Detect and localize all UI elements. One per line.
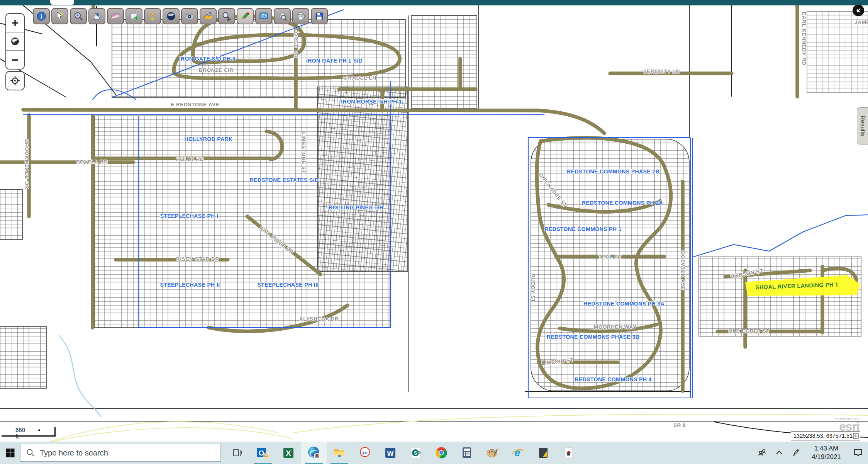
svg-text:O: O — [259, 449, 264, 457]
taskbar-app-snipping-tool[interactable]: ✂ — [352, 442, 378, 464]
zoom-out-button[interactable]: − — [6, 50, 24, 69]
coordinate-value: 1325238.53, 637571.51 — [793, 433, 853, 439]
taskbar-app-paint[interactable] — [480, 442, 505, 464]
windows-ink-button[interactable] — [788, 442, 805, 464]
hidden-icons-button[interactable] — [771, 442, 788, 464]
edge-icon — [307, 446, 321, 460]
taskbar-app-chrome[interactable] — [429, 442, 454, 464]
printer-icon — [296, 11, 306, 21]
taskbar-app-outlook[interactable]: O — [250, 442, 276, 464]
locate-button[interactable] — [5, 71, 25, 90]
rectangle-plus-icon — [129, 11, 139, 21]
task-view-button[interactable] — [225, 442, 250, 464]
internet-explorer-icon: e — [511, 446, 524, 459]
search-icon — [26, 448, 35, 457]
scale-bar-tick — [54, 427, 56, 437]
notification-bubble-icon — [853, 447, 863, 458]
zoom-controls: + − — [5, 13, 25, 70]
taskbar-app-calculator[interactable] — [454, 442, 480, 464]
dark-app-icon — [537, 447, 549, 459]
svg-text:S: S — [414, 450, 417, 456]
map-canvas[interactable]: IRON GATE S/D PH IIIRON GATE PH 1 S/DIRO… — [0, 0, 868, 442]
collapse-arrow-button[interactable] — [853, 5, 864, 16]
svg-text:e: e — [514, 447, 520, 459]
identify-tool-button[interactable]: i — [33, 8, 50, 24]
people-button[interactable] — [754, 442, 771, 464]
outlook-icon: O — [256, 446, 270, 460]
svg-text:i: i — [41, 13, 42, 20]
taskbar-app-light[interactable] — [556, 442, 581, 464]
select-by-rectangle-tool-button[interactable] — [125, 8, 142, 24]
ruler-question-icon: ↔? — [203, 11, 213, 21]
home-extent-button[interactable] — [6, 32, 24, 51]
chrome-icon — [435, 446, 448, 459]
magnifier-xy-icon: XY — [222, 11, 232, 21]
taskbar-app-file-explorer[interactable] — [327, 442, 352, 464]
zoom-to-xy-tool-button[interactable]: XY — [218, 8, 235, 24]
windows-logo-icon — [5, 448, 15, 458]
full-extent-tool-button[interactable] — [255, 8, 272, 24]
snipping-tool-icon: ✂ — [358, 446, 371, 459]
google-earth-tool-button[interactable] — [163, 8, 180, 24]
start-button[interactable] — [0, 442, 20, 464]
crosshair-icon — [10, 75, 20, 86]
draw-tool-button[interactable] — [237, 8, 254, 24]
print-tool-button[interactable] — [292, 8, 309, 24]
zoom-in-tool-button[interactable]: + — [70, 8, 87, 24]
results-panel-tab[interactable]: Results — [857, 107, 868, 144]
scale-bar-label: 660 ft — [15, 427, 25, 440]
pan-tool-button[interactable] — [88, 8, 105, 24]
taskbar-tray: 1:43 AM 4/19/2021 — [754, 442, 868, 464]
light-app-icon — [563, 447, 574, 459]
taskbar-app-word[interactable]: W — [378, 442, 403, 464]
measure-tool-button[interactable]: ↔? — [200, 8, 217, 24]
parcel-map-graphics — [0, 0, 868, 442]
globe-home-icon — [10, 36, 20, 46]
taskbar-app-internet-explorer[interactable]: e — [505, 442, 531, 464]
title-bar — [0, 0, 868, 5]
chevron-up-icon — [775, 448, 784, 457]
search-placeholder-text: Type here to search — [40, 449, 108, 457]
pen-icon — [791, 448, 801, 458]
plus-box-icon[interactable] — [853, 433, 859, 439]
excel-icon: X — [282, 447, 295, 459]
taskbar-search-input[interactable]: Type here to search — [20, 444, 221, 462]
results-tab-label: Results — [859, 116, 866, 136]
taskbar-app-sharepoint[interactable]: S — [403, 442, 429, 464]
svg-text:XY: XY — [227, 18, 231, 21]
screen: { "window": { "topbar_color": "#175a6a" … — [0, 0, 868, 464]
taskbar-clock[interactable]: 1:43 AM 4/19/2021 — [805, 444, 848, 461]
calculator-icon — [461, 447, 473, 459]
hand-icon — [92, 11, 102, 21]
action-center-button[interactable] — [848, 442, 868, 464]
taskbar-app-excel[interactable]: X — [276, 442, 301, 464]
paint-icon — [486, 446, 499, 459]
select-arrow-icon — [55, 11, 65, 21]
taskbar-app-edge[interactable] — [301, 442, 327, 464]
map-toolbar: i + ↔? XY — [33, 8, 328, 24]
windows-taskbar: Type here to search O X ✂ W S e — [0, 442, 868, 464]
zoom-in-button[interactable]: + — [6, 14, 24, 32]
word-icon: W — [384, 447, 397, 459]
clock-time: 1:43 AM — [805, 444, 848, 453]
globe-icon — [166, 11, 176, 21]
task-view-icon — [232, 447, 243, 458]
street-view-tool-button[interactable] — [144, 8, 161, 24]
stream-line — [59, 335, 101, 417]
save-tool-button[interactable] — [311, 8, 328, 24]
printer-magnifier-icon — [277, 11, 287, 21]
extent-arrows-icon — [259, 11, 269, 21]
people-icon — [757, 448, 768, 458]
top-tab — [50, 0, 74, 5]
photo-tool-button[interactable] — [181, 8, 198, 24]
eraser-icon — [110, 11, 120, 21]
export-map-tool-button[interactable] — [274, 8, 291, 24]
scale-bar-triangle: ▲ — [37, 427, 41, 432]
info-icon: i — [36, 11, 46, 21]
select-features-tool-button[interactable] — [51, 8, 68, 24]
taskbar-app-dark[interactable] — [531, 442, 556, 464]
erase-tool-button[interactable] — [107, 8, 124, 24]
svg-text:+: + — [76, 13, 79, 18]
camera-icon — [185, 11, 195, 21]
sharepoint-icon: S — [410, 447, 422, 459]
